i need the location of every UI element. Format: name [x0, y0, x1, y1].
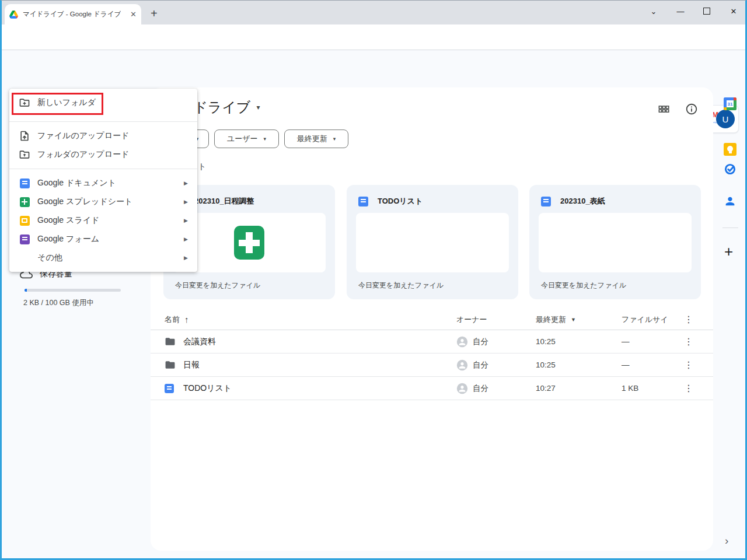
menu-item-folder-upload[interactable]: フォルダのアップロード [9, 145, 197, 164]
keep-icon[interactable] [724, 143, 736, 156]
row-options-icon[interactable]: ⋮ [684, 336, 713, 347]
row-options-icon[interactable]: ⋮ [684, 359, 713, 370]
owner-avatar [456, 359, 468, 371]
forms-icon [20, 235, 30, 244]
column-owner[interactable]: オーナー [456, 314, 536, 325]
chevron-down-icon: ▾ [333, 136, 336, 142]
storage-usage-text: 2 KB / 100 GB 使用中 [23, 298, 94, 308]
new-menu: 新しいフォルダ ファイルのアップロード フォルダのアップロード Google ド… [9, 89, 197, 272]
menu-item-more[interactable]: その他 ▶ [9, 249, 197, 267]
submenu-arrow-icon: ▶ [184, 180, 188, 186]
tasks-icon[interactable] [724, 163, 736, 176]
browser-window: マイドライブ - Google ドライブ ✕ + ⌄ — ✕ drive.goo… [0, 0, 747, 560]
file-size: — [622, 360, 684, 369]
browser-titlebar: マイドライブ - Google ドライブ ✕ + ⌄ — ✕ [0, 0, 747, 24]
tab-search-icon[interactable]: ⌄ [642, 4, 665, 19]
menu-divider [9, 121, 197, 122]
drive-header: ドライブ ドライブで検索 ECCS Cloud Mail Information… [0, 50, 747, 85]
column-name[interactable]: 名前↑ [165, 314, 456, 325]
filter-chip-people[interactable]: ユーザー▾ [214, 130, 279, 148]
grid-view-icon[interactable] [657, 103, 671, 116]
storage-progress-fill [25, 289, 27, 292]
docs-icon [541, 197, 551, 206]
table-header: 名前↑ オーナー 最終更新▼ ファイルサイ ⋮ [151, 309, 713, 330]
menu-item-google-slides[interactable]: Google スライド ▶ [9, 211, 197, 230]
column-size[interactable]: ファイルサイ [622, 314, 684, 325]
new-folder-icon [19, 97, 30, 108]
tab-title: マイドライブ - Google ドライブ [23, 10, 121, 19]
docs-icon [165, 384, 174, 393]
submenu-arrow-icon: ▶ [184, 255, 188, 261]
new-tab-button[interactable]: + [151, 7, 158, 20]
modified-time: 10:27 [536, 384, 622, 393]
menu-item-google-docs[interactable]: Google ドキュメント ▶ [9, 174, 197, 192]
submenu-arrow-icon: ▶ [184, 236, 188, 242]
modified-time: 10:25 [536, 360, 622, 369]
owner-avatar [456, 336, 468, 348]
sheets-icon [20, 197, 30, 207]
close-button[interactable]: ✕ [722, 4, 745, 19]
card-caption: 今日変更を加えたファイル [541, 281, 626, 290]
folder-upload-icon [19, 149, 30, 160]
file-size: — [622, 337, 684, 346]
tab-close-icon[interactable]: ✕ [130, 10, 137, 18]
side-panel-chevron-icon[interactable]: › [725, 534, 728, 547]
calendar-icon[interactable]: 31 [724, 97, 736, 110]
file-size: 1 KB [622, 384, 684, 393]
table-options-icon[interactable]: ⋮ [684, 314, 713, 325]
owner-avatar [456, 383, 468, 394]
folder-icon [165, 336, 176, 347]
storage-progress-bar [25, 289, 121, 292]
maximize-button[interactable] [695, 4, 718, 19]
chevron-down-icon: ▾ [264, 136, 267, 142]
minimize-button[interactable]: — [669, 4, 692, 19]
side-panel-divider [722, 228, 738, 228]
modified-time: 10:25 [536, 337, 622, 346]
menu-item-new-folder[interactable]: 新しいフォルダ [9, 89, 197, 117]
contacts-icon[interactable] [724, 195, 736, 208]
info-icon[interactable] [685, 103, 698, 116]
main-content: マイドライブ ▾ 種類▾ ユーザー▾ 最終更新▾ サジェスト 202310_日程… [151, 88, 713, 551]
docs-icon [358, 197, 368, 206]
account-avatar[interactable]: U [716, 110, 735, 128]
docs-icon [20, 178, 30, 188]
card-caption: 今日変更を加えたファイル [358, 281, 444, 290]
menu-item-file-upload[interactable]: ファイルのアップロード [9, 127, 197, 145]
menu-item-google-forms[interactable]: Google フォーム ▶ [9, 230, 197, 249]
slides-icon [20, 216, 30, 226]
filter-chip-modified[interactable]: 最終更新▾ [284, 130, 348, 148]
table-row[interactable]: 会議資料 自分 10:25 — ⋮ [151, 330, 713, 354]
sort-asc-icon[interactable]: ↑ [184, 314, 189, 324]
suggested-card[interactable]: 202310_表紙 今日変更を加えたファイル [529, 185, 701, 299]
file-thumbnail [356, 213, 509, 272]
submenu-arrow-icon: ▶ [184, 199, 188, 205]
suggested-card[interactable]: TODOリスト 今日変更を加えたファイル [347, 185, 518, 299]
sheets-logo [234, 226, 264, 260]
folder-icon [165, 359, 176, 370]
browser-tab[interactable]: マイドライブ - Google ドライブ ✕ [5, 4, 141, 24]
column-modified[interactable]: 最終更新▼ [536, 314, 622, 325]
card-caption: 今日変更を加えたファイル [175, 281, 260, 290]
table-row[interactable]: 日報 自分 10:25 — ⋮ [151, 354, 713, 377]
table-row[interactable]: TODOリスト 自分 10:27 1 KB ⋮ [151, 377, 713, 400]
sort-desc-icon[interactable]: ▼ [571, 317, 576, 323]
title-caret-icon: ▾ [256, 103, 260, 111]
submenu-arrow-icon: ▶ [184, 218, 188, 223]
drive-favicon [9, 10, 18, 19]
row-options-icon[interactable]: ⋮ [684, 383, 713, 394]
menu-divider [9, 169, 197, 169]
file-upload-icon [19, 130, 30, 142]
get-addons-icon[interactable]: + [724, 243, 733, 261]
file-thumbnail [539, 213, 692, 272]
browser-toolbar: drive.google.com/drive/my-drive U ⋮ [0, 24, 747, 50]
menu-item-google-sheets[interactable]: Google スプレッドシート ▶ [9, 192, 197, 211]
